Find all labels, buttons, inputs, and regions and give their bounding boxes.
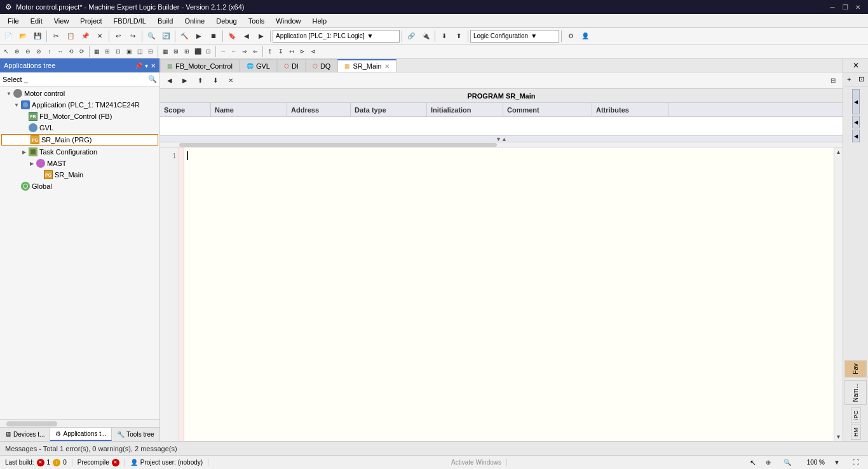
tab-devices[interactable]: 🖥 Devices t... [0, 428, 50, 441]
tb2-active-btn[interactable]: ▦ [160, 46, 170, 57]
download-button[interactable]: ⬇ [437, 29, 451, 43]
panel-pin-button[interactable]: 📌 [135, 62, 142, 69]
var-hscroll[interactable] [160, 142, 843, 147]
tree-root[interactable]: ▼ Motor control [0, 88, 159, 99]
menu-debug[interactable]: Debug [211, 16, 241, 26]
tab-sr-close[interactable]: ✕ [384, 63, 390, 70]
undo-button[interactable]: ↩ [111, 29, 125, 43]
ed-next-button[interactable]: ⬇ [208, 74, 222, 88]
ed-expand-button[interactable]: ⊟ [826, 74, 840, 88]
ed-back-button[interactable]: ◀ [163, 74, 177, 88]
tab-gvl[interactable]: 🌐 GVL [240, 59, 277, 72]
var-area[interactable] [160, 117, 843, 136]
right-expand-2[interactable]: ◀ [852, 116, 860, 128]
tree-global[interactable]: Global [0, 180, 159, 192]
logic-config-dropdown[interactable]: Logic Configuration ▼ [470, 30, 559, 43]
tb2-btn11[interactable]: ⊡ [113, 46, 123, 57]
tb2-btn4[interactable]: ⊘ [34, 46, 44, 57]
tb2-btn25[interactable]: ↧ [276, 46, 286, 57]
tab-applications[interactable]: ⚙ Applications t... [50, 428, 112, 441]
tb2-btn1[interactable]: ↖ [1, 46, 11, 57]
panel-dropdown-button[interactable]: ▾ [145, 62, 148, 69]
menu-build[interactable]: Build [153, 16, 178, 26]
replace-button[interactable]: 🔄 [159, 29, 173, 43]
application-dropdown[interactable]: Application [PLC_1: PLC Logic] ▼ [273, 30, 400, 43]
tree-task-config[interactable]: ▶ Task Configuration [0, 146, 159, 158]
tree-sr-main[interactable]: PG SR_Main (PRG) [1, 134, 158, 146]
new-button[interactable]: 📄 [1, 29, 15, 43]
tb2-btn12[interactable]: ▣ [124, 46, 134, 57]
tb2-btn19[interactable]: ⊡ [203, 46, 214, 57]
menu-project[interactable]: Project [75, 16, 107, 26]
minimize-button[interactable]: ─ [827, 3, 837, 11]
tree-hscroll[interactable] [0, 419, 159, 427]
var-hscroll-thumb[interactable] [179, 143, 497, 147]
save-button[interactable]: 💾 [31, 29, 44, 43]
stop-button[interactable]: ⏹ [207, 29, 220, 43]
tree-container[interactable]: ▼ Motor control ▼ Application (PL [0, 86, 159, 419]
editor-right-scrollbar[interactable]: ▲ ▼ [834, 147, 843, 441]
tab-di[interactable]: ⬡ DI [277, 59, 306, 72]
right-panel-close[interactable]: ✕ [843, 58, 868, 72]
tb2-btn2[interactable]: ⊕ [12, 46, 22, 57]
tb2-btn22[interactable]: ⇒ [240, 46, 250, 57]
tb2-btn7[interactable]: ⟲ [66, 46, 76, 57]
tb2-btn26[interactable]: ↤ [287, 46, 297, 57]
zoom-dropdown-btn[interactable]: ▼ [830, 456, 844, 470]
redo-button[interactable]: ↪ [126, 29, 140, 43]
restore-button[interactable]: ❐ [840, 3, 850, 11]
tb2-btn21[interactable]: ← [229, 46, 239, 57]
tb2-btn3[interactable]: ⊖ [23, 46, 33, 57]
tree-sr-main-task[interactable]: PG SR_Main [0, 169, 159, 180]
tree-gvl[interactable]: GVL [0, 122, 159, 133]
tab-sr-main[interactable]: ▦ SR_Main ✕ [337, 59, 396, 72]
tb2-btn8[interactable]: ⟳ [77, 46, 87, 57]
ed-fwd-button[interactable]: ▶ [178, 74, 192, 88]
menu-help[interactable]: Help [307, 16, 332, 26]
tb2-btn13[interactable]: ◫ [135, 46, 145, 57]
hm-button[interactable]: HM [851, 425, 861, 440]
name-panel[interactable]: Nam... [844, 380, 867, 405]
tb2-btn23[interactable]: ⇐ [250, 46, 261, 57]
find-button[interactable]: 🔍 [144, 29, 158, 43]
ipc-button[interactable]: iPC [851, 407, 861, 423]
tb2-btn24[interactable]: ↥ [265, 46, 275, 57]
cut-button[interactable]: ✂ [49, 29, 63, 43]
paste-button[interactable]: 📌 [78, 29, 92, 43]
zoom-fit-status-btn[interactable]: 🔍 [780, 456, 794, 470]
tb2-btn14[interactable]: ⊟ [146, 46, 156, 57]
tb2-btn27[interactable]: ⊳ [297, 46, 308, 57]
settings-button[interactable]: ⚙ [564, 29, 578, 43]
tb2-btn18[interactable]: ⬛ [193, 46, 203, 57]
menu-window[interactable]: Window [271, 16, 306, 26]
right-expand-1[interactable]: ◀ [852, 89, 860, 114]
tab-tools[interactable]: 🔧 Tools tree [112, 428, 159, 441]
tb2-btn9[interactable]: ▦ [92, 46, 102, 57]
tb2-btn16[interactable]: ⊠ [171, 46, 181, 57]
tree-mast[interactable]: ▶ MAST [0, 158, 159, 169]
tab-dq[interactable]: ⬡ DQ [306, 59, 338, 72]
zoom-in-icon[interactable]: + [847, 76, 851, 83]
tree-application[interactable]: ▼ Application (PLC_1: TM241CE24R [0, 99, 159, 111]
upload-button[interactable]: ⬆ [452, 29, 466, 43]
panel-close-button[interactable]: ✕ [151, 62, 156, 69]
user-button[interactable]: 👤 [578, 29, 592, 43]
var-expand-button[interactable]: ▼▲ [160, 136, 843, 142]
full-screen-btn[interactable]: ⛶ [849, 456, 863, 470]
build-all-button[interactable]: 🔨 [177, 29, 191, 43]
code-area[interactable]: 1 ▲ ▼ [160, 147, 843, 441]
scroll-down-button[interactable]: ▼ [835, 433, 843, 440]
tb2-btn17[interactable]: ⊞ [182, 46, 192, 57]
scroll-up-button[interactable]: ▲ [835, 148, 843, 156]
connect-button[interactable]: 🔗 [404, 29, 418, 43]
tree-hscroll-thumb[interactable] [6, 421, 57, 426]
menu-online[interactable]: Online [179, 16, 210, 26]
ed-prev-button[interactable]: ⬆ [193, 74, 207, 88]
search-icon[interactable]: 🔍 [148, 75, 157, 83]
ed-close-button[interactable]: ✕ [224, 74, 238, 88]
copy-button[interactable]: 📋 [64, 29, 78, 43]
search-input[interactable] [3, 76, 146, 83]
menu-file[interactable]: File [3, 16, 24, 26]
menu-tools[interactable]: Tools [243, 16, 270, 26]
disconnect-button[interactable]: 🔌 [419, 29, 433, 43]
